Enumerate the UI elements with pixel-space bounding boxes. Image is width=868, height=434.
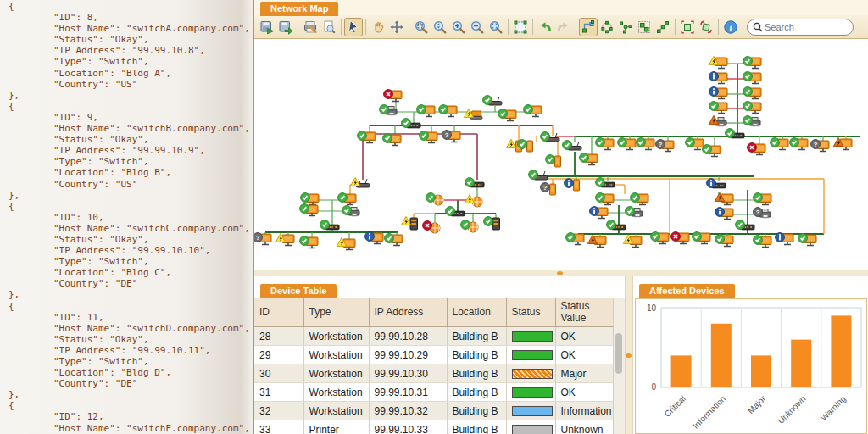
vertical-splitter[interactable] bbox=[625, 276, 633, 434]
bar-major[interactable] bbox=[751, 355, 771, 387]
device-node-monitor[interactable] bbox=[301, 193, 319, 205]
device-node-hub[interactable] bbox=[726, 129, 744, 138]
device-node-monitor[interactable] bbox=[631, 193, 648, 205]
device-node-switch[interactable] bbox=[465, 178, 484, 187]
device-node-monitor[interactable] bbox=[300, 236, 318, 248]
device-node-monitor[interactable] bbox=[709, 102, 727, 114]
bar-unknown[interactable] bbox=[791, 340, 811, 387]
table-scrollbar[interactable] bbox=[613, 298, 625, 434]
device-node-monitor[interactable] bbox=[365, 232, 383, 244]
device-node-phone[interactable]: ? bbox=[541, 183, 556, 195]
table-scrollbar-thumb[interactable] bbox=[615, 333, 622, 374]
table-row[interactable]: 31Workstation99.99.10.31Building BOK bbox=[254, 383, 614, 402]
zoom-out-icon[interactable] bbox=[468, 18, 487, 36]
device-node-monitor[interactable] bbox=[439, 105, 457, 117]
device-node-monitor[interactable] bbox=[651, 232, 669, 244]
device-node-monitor[interactable] bbox=[596, 193, 614, 205]
device-node-printer[interactable] bbox=[380, 105, 397, 115]
table-row[interactable]: 29Workstation99.99.10.29Building BOK bbox=[254, 346, 614, 364]
overview-icon[interactable] bbox=[511, 18, 530, 36]
device-node-monitor[interactable] bbox=[709, 56, 727, 68]
device-node-monitor[interactable] bbox=[596, 138, 614, 150]
device-node-monitor[interactable] bbox=[790, 138, 808, 150]
save-map-icon[interactable] bbox=[258, 18, 276, 36]
device-node-monitor[interactable] bbox=[590, 207, 608, 219]
bar-warning[interactable] bbox=[831, 315, 851, 387]
device-node-monitor[interactable] bbox=[693, 232, 710, 244]
device-node-monitor[interactable] bbox=[776, 233, 793, 245]
device-node-monitor[interactable]: ? bbox=[811, 140, 829, 152]
column-header[interactable]: Status Value bbox=[555, 298, 614, 327]
device-node-monitor[interactable] bbox=[709, 72, 727, 84]
device-node-monitor[interactable] bbox=[618, 138, 636, 150]
device-node-wifirouter[interactable] bbox=[350, 177, 370, 187]
device-node-monitor[interactable] bbox=[743, 57, 761, 69]
device-node-wifirouter[interactable] bbox=[563, 141, 581, 150]
device-node-switch[interactable] bbox=[707, 179, 726, 188]
device-node-monitor[interactable] bbox=[524, 105, 542, 117]
device-node-monitor[interactable] bbox=[358, 131, 376, 143]
table-row[interactable]: 30Workstation99.99.10.30Building BMajor bbox=[254, 364, 614, 383]
device-node-hub[interactable] bbox=[320, 220, 339, 230]
device-node-phone[interactable] bbox=[565, 179, 580, 191]
device-node-monitor[interactable] bbox=[383, 134, 401, 146]
device-node-server[interactable] bbox=[401, 216, 417, 230]
device-node-monitor[interactable]: ? bbox=[442, 131, 460, 142]
tab-affected-devices[interactable]: Affected Devices bbox=[639, 284, 735, 299]
table-row[interactable]: 33Printer99.99.10.33Building BUnknown bbox=[254, 420, 614, 434]
device-node-monitor[interactable] bbox=[338, 193, 356, 205]
device-node-monitor[interactable]: ? bbox=[656, 140, 674, 152]
device-node-printer[interactable]: ? bbox=[754, 208, 771, 218]
device-node-monitor[interactable] bbox=[754, 236, 771, 248]
device-node-printer[interactable] bbox=[342, 206, 359, 216]
move-icon[interactable] bbox=[387, 18, 406, 36]
column-header[interactable]: ID bbox=[254, 298, 303, 327]
layout-circular-icon[interactable] bbox=[598, 18, 616, 36]
device-node-monitor[interactable] bbox=[566, 233, 584, 245]
device-node-monitor[interactable] bbox=[743, 87, 761, 99]
device-node-printer[interactable] bbox=[709, 115, 726, 125]
device-node-printer[interactable] bbox=[743, 116, 760, 126]
device-node-monitor[interactable] bbox=[580, 153, 598, 165]
device-node-monitor[interactable] bbox=[384, 90, 402, 102]
device-node-globe[interactable] bbox=[465, 194, 482, 207]
pan-icon[interactable] bbox=[369, 18, 387, 36]
device-node-server[interactable] bbox=[484, 217, 500, 230]
device-node-hub[interactable] bbox=[402, 119, 420, 128]
device-node-monitor[interactable] bbox=[771, 138, 788, 150]
device-node-monitor[interactable] bbox=[709, 87, 727, 99]
device-node-laptop[interactable] bbox=[464, 108, 482, 119]
zoom-interactive-icon[interactable] bbox=[431, 18, 449, 36]
bar-information[interactable] bbox=[711, 324, 732, 387]
device-node-monitor[interactable] bbox=[754, 193, 771, 205]
undo-icon[interactable] bbox=[536, 18, 554, 36]
splitter-grip[interactable] bbox=[557, 271, 563, 275]
column-header[interactable]: IP Address bbox=[369, 298, 447, 327]
export-map-icon[interactable] bbox=[276, 18, 295, 36]
table-row[interactable]: 32Workstation99.99.10.32Building BInform… bbox=[254, 402, 614, 420]
device-node-hub[interactable] bbox=[607, 220, 626, 230]
redo-icon[interactable] bbox=[554, 18, 573, 36]
device-node-wifirouter[interactable] bbox=[483, 96, 502, 105]
pointer-icon[interactable] bbox=[344, 18, 363, 36]
device-node-monitor[interactable] bbox=[743, 72, 761, 84]
device-node-phone[interactable] bbox=[546, 155, 561, 167]
device-node-wifirouter[interactable] bbox=[529, 170, 548, 180]
device-node-monitor[interactable] bbox=[587, 235, 606, 247]
device-node-monitor[interactable] bbox=[798, 234, 816, 246]
layout-incremental-icon[interactable] bbox=[654, 18, 672, 36]
device-node-printer[interactable] bbox=[626, 207, 643, 217]
device-node-monitor[interactable] bbox=[498, 109, 516, 121]
device-node-monitor[interactable] bbox=[715, 192, 733, 204]
device-node-hub[interactable] bbox=[446, 207, 465, 216]
search-box[interactable] bbox=[747, 19, 854, 36]
zoom-marquee-icon[interactable] bbox=[412, 18, 431, 36]
table-row[interactable]: 28Workstation99.99.10.28Building BOK bbox=[254, 327, 614, 346]
device-node-monitor[interactable] bbox=[748, 143, 765, 155]
network-map-canvas[interactable]: ?????? bbox=[254, 39, 868, 270]
device-node-monitor[interactable] bbox=[417, 105, 435, 117]
rotate-selection-icon[interactable] bbox=[697, 18, 715, 36]
zoom-in-icon[interactable] bbox=[449, 18, 468, 36]
device-node-monitor[interactable] bbox=[703, 145, 721, 157]
device-node-monitor[interactable] bbox=[337, 237, 355, 249]
